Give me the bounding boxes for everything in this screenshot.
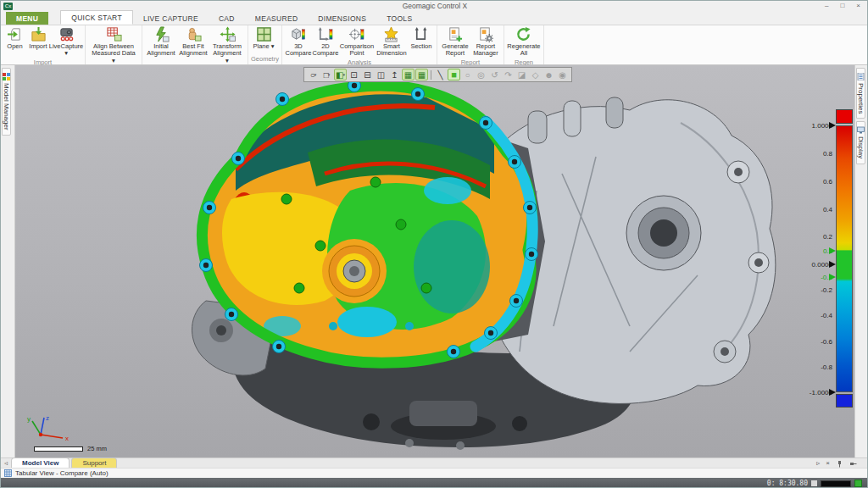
ribbon-group-analysis: 3D Compare 2D Compare Comparison Point S… (282, 25, 437, 64)
paint-select-icon[interactable]: ◪ (515, 69, 528, 80)
properties-icon (857, 73, 865, 80)
right-panel-rail: Properties Display (854, 65, 868, 458)
colorbar-marker-lower-tolerance[interactable] (829, 274, 836, 280)
line-select-icon[interactable]: ╲ (434, 69, 447, 80)
ribbon-tab-row: MENUQUICK STARTLIVE CAPTURECADMEASUREDDI… (1, 11, 868, 25)
expand-panel-icon[interactable]: ▹ (816, 459, 820, 468)
polygon-select-icon[interactable]: ◇ (529, 69, 542, 80)
model-manager-icon (3, 73, 10, 80)
smart-dimension-button[interactable]: Smart Dimension (375, 25, 409, 58)
close-panel-icon[interactable]: × (826, 459, 830, 468)
compare-table-icon[interactable]: ▦ (415, 69, 428, 80)
audio-meter (821, 480, 851, 487)
livecapture-button[interactable]: LiveCapture ▾ (50, 25, 82, 58)
record-button[interactable] (854, 480, 862, 487)
report-manager-icon (477, 26, 493, 42)
2d-compare-button[interactable]: 2D Compare (312, 25, 339, 58)
tab-quick-start[interactable]: QUICK START (60, 10, 133, 25)
probe-tool-icon[interactable]: ↥ (388, 69, 401, 80)
circle-select-icon[interactable]: ○ (461, 69, 474, 80)
3d-viewport[interactable]: ○□◧⊡⊟◫↥▦▦╲■○◎↺↷◪◇☻◉ 1.00000.80.60.40.20.… (15, 65, 854, 458)
freeform-select-icon[interactable]: ↺ (488, 69, 501, 80)
3d-compare-icon (290, 26, 306, 42)
ribbon-group-report: Generate Report Report Manager Report (437, 25, 504, 64)
best-fit-alignment-button[interactable]: Best Fit Alignment (177, 25, 209, 58)
viewport-toolbar: ○□◧⊡⊟◫↥▦▦╲■○◎↺↷◪◇☻◉ (303, 67, 572, 82)
model-manager-tab[interactable]: Model Manager (2, 68, 11, 136)
comparison-point-button[interactable]: Comparison Point (339, 25, 375, 58)
main-area: Model Manager (1, 65, 868, 458)
view-orientation-icon[interactable]: ◧ (334, 69, 347, 80)
tab-cad[interactable]: CAD (209, 12, 245, 25)
minimize-button[interactable]: – (825, 1, 828, 11)
align-measured-icon (106, 26, 122, 42)
colorbar-marker-zero[interactable] (829, 261, 836, 268)
coordinate-triad: x y z (25, 414, 76, 443)
tab-menu[interactable]: MENU (6, 12, 48, 25)
pin-icon[interactable] (836, 460, 843, 468)
comparison-point-icon (348, 26, 364, 42)
colorbar-marker-min[interactable] (829, 389, 836, 396)
tab-tools[interactable]: TOOLS (376, 12, 422, 25)
view-cube-icon[interactable]: □ (320, 69, 333, 80)
plane-icon (256, 26, 272, 42)
align-between-measured-data-button[interactable]: Align Between Measured Data ▾ (88, 25, 139, 64)
support-tab[interactable]: Support (71, 458, 117, 468)
plane-button[interactable]: Plane ▾ (251, 25, 276, 50)
generate-report-icon (447, 26, 463, 42)
view-tab-row: ◃ Model View Support ▹ × (1, 458, 868, 468)
split-view-icon[interactable]: ⊡ (348, 69, 360, 80)
tabular-view-icon[interactable]: ▦ (402, 69, 415, 80)
render-mode-icon[interactable]: ○ (307, 69, 320, 80)
rectangle-select-icon[interactable]: ■ (448, 69, 460, 80)
open-icon (7, 26, 23, 42)
visibility-filter-icon[interactable]: ◉ (556, 69, 569, 80)
axis-z-label: z (46, 414, 49, 422)
level-indicator-icon (811, 480, 817, 486)
regenerate-all-icon (515, 26, 531, 42)
section-icon (413, 26, 429, 42)
tabular-view-item[interactable]: Tabular View - Compare (Auto) (15, 469, 108, 477)
initial-alignment-button[interactable]: Initial Alignment (145, 25, 177, 58)
scale-bar-rect (34, 446, 83, 452)
properties-tab[interactable]: Properties (856, 68, 865, 119)
restore-button[interactable]: □ (840, 1, 844, 11)
regenerate-all-button[interactable]: Regenerate All (507, 25, 541, 58)
section-button[interactable]: Section (409, 25, 434, 50)
initial-alignment-icon (153, 26, 170, 42)
ribbon-group-geometry: Plane ▾ Geometry (248, 25, 282, 64)
smart-dimension-icon (383, 26, 399, 42)
transform-alignment-button[interactable]: Transform Alignment ▾ (209, 25, 245, 64)
ribbon-group-alignment: Initial Alignment Best Fit Alignment Tra… (142, 25, 248, 64)
display-tab[interactable]: Display (856, 121, 865, 164)
model-view-tab[interactable]: Model View (11, 458, 70, 468)
bottom-status-strip: 0: 8:30.80 (1, 478, 868, 488)
flick-select-icon[interactable]: ↷ (502, 69, 515, 80)
colorbar-max-cap (836, 109, 853, 124)
open-button[interactable]: Open (3, 25, 26, 50)
livecapture-icon (58, 26, 75, 42)
3d-compare-button[interactable]: 3D Compare (285, 25, 312, 58)
axis-y-label: y (27, 415, 31, 423)
ribbon: Open Import LiveCapture ▾ Import Align B… (1, 25, 868, 65)
2d-compare-icon (317, 26, 333, 42)
colorbar-marker-upper-tolerance[interactable] (829, 247, 836, 254)
scroll-tabs-left-icon[interactable]: ◃ (4, 459, 8, 467)
ellipse-select-icon[interactable]: ◎ (475, 69, 487, 80)
engine-casing-model[interactable] (155, 72, 778, 452)
tab-measured[interactable]: MEASURED (245, 12, 309, 25)
display-icon (857, 126, 865, 134)
layout-view-icon[interactable]: ⊟ (361, 69, 374, 80)
tab-dimensions[interactable]: DIMENSIONS (308, 12, 376, 25)
dual-pane-icon[interactable]: ◫ (375, 69, 387, 80)
smart-select-icon[interactable]: ☻ (542, 69, 555, 80)
auto-hide-pin-icon[interactable] (849, 460, 857, 468)
generate-report-button[interactable]: Generate Report (440, 25, 470, 58)
import-button[interactable]: Import (26, 25, 50, 50)
report-manager-button[interactable]: Report Manager (470, 25, 501, 58)
window-title: Geomagic Control X (1, 2, 868, 10)
tab-live-capture[interactable]: LIVE CAPTURE (133, 12, 209, 25)
colorbar-marker-max[interactable] (829, 122, 836, 129)
close-button[interactable]: × (856, 1, 860, 11)
axis-x-label: x (65, 435, 69, 442)
